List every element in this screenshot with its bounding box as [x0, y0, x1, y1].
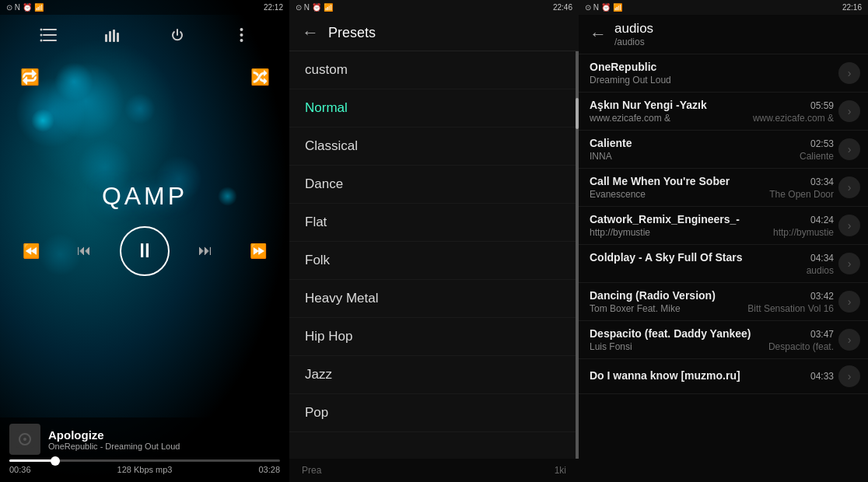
svg-point-3 [40, 29, 42, 31]
audio-item[interactable]: Call Me When You're Sober 03:34 Evanesce… [579, 169, 868, 207]
preset-item[interactable]: Heavy Metal [289, 280, 576, 318]
audio-item[interactable]: Coldplay - A Sky Full Of Stars 04:34 aud… [579, 245, 868, 283]
audio-item-artist: Luis Fonsi [590, 341, 632, 352]
audio-item-bottom: audios [590, 265, 834, 276]
more-icon[interactable] [228, 21, 256, 49]
audio-item[interactable]: Despacito (feat. Daddy Yankee) 03:47 Lui… [579, 321, 868, 359]
audio-item-top: Despacito (feat. Daddy Yankee) 03:47 [590, 327, 834, 340]
repeat-icon[interactable]: 🔁 [16, 63, 44, 91]
preset-item[interactable]: Hip Hop [289, 318, 576, 356]
audio-item-album: http://bymustie [773, 227, 834, 238]
audios-status-icons: ⊙ N ⏰ 📶 [585, 3, 622, 12]
audio-item-top: Do I wanna know [muzmo.ru] 04:33 [590, 369, 834, 382]
presets-title: Presets [328, 25, 376, 41]
audio-item-bottom: Dreaming Out Loud [590, 75, 834, 86]
audio-item-duration: 02:53 [810, 138, 834, 149]
audio-item-title: Call Me When You're Sober [590, 175, 730, 187]
audio-item-artist: Dreaming Out Loud [590, 75, 671, 86]
audios-time: 22:16 [842, 3, 862, 12]
audio-item-duration: 03:42 [810, 291, 834, 302]
audio-item-top: Catwork_Remix_Engineers_- 04:24 [590, 213, 834, 225]
preset-item[interactable]: Classical [289, 127, 576, 166]
status-icons: ⊙ N ⏰ 📶 [6, 3, 44, 12]
audio-item-artist: INNA [590, 151, 612, 162]
shuffle-icon[interactable]: 🔀 [246, 63, 274, 91]
track-title: Apologize [48, 428, 180, 442]
queue-icon[interactable] [34, 21, 62, 49]
track-thumbnail [9, 424, 40, 455]
player-panel: ⊙ N ⏰ 📶 22:12 [0, 0, 289, 482]
track-info-row: Apologize OneRepublic - Dreaming Out Lou… [9, 424, 280, 455]
preset-item[interactable]: Normal [289, 89, 576, 127]
svg-rect-9 [117, 33, 119, 42]
svg-point-15 [23, 438, 26, 441]
audio-item-bottom: Evanescence The Open Door [590, 189, 834, 200]
presets-back-button[interactable]: ← [302, 23, 319, 43]
audio-item-top: Coldplay - A Sky Full Of Stars 04:34 [590, 251, 834, 264]
audio-item[interactable]: Caliente 02:53 INNA Caliente › [579, 131, 868, 169]
equalizer-icon[interactable] [99, 21, 127, 49]
prev-button[interactable]: ⏮ [67, 234, 101, 268]
current-time: 00:36 [9, 465, 31, 474]
player-art-area: 🔁 🔀 QAMP ⏪ ⏮ ⏸ ⏭ ⏩ [0, 55, 289, 417]
audio-item-title: Aşkın Nur Yengi -Yazık [590, 99, 707, 111]
audio-item-title: Caliente [590, 137, 632, 149]
audio-item-content: Aşkın Nur Yengi -Yazık 05:59 www.ezicafe… [590, 99, 834, 124]
rewind-button[interactable]: ⏪ [14, 234, 48, 268]
audio-item-content: Coldplay - A Sky Full Of Stars 04:34 aud… [590, 251, 834, 276]
audio-item-title: Catwork_Remix_Engineers_- [590, 213, 740, 225]
preset-item[interactable]: Jazz [289, 356, 576, 394]
progress-fill [9, 459, 55, 462]
audio-item-top: OneRepublic [590, 61, 834, 73]
audio-item-title: Dancing (Radio Version) [590, 289, 716, 302]
audio-item-title: Do I wanna know [muzmo.ru] [590, 369, 740, 382]
audio-item[interactable]: Catwork_Remix_Engineers_- 04:24 http://b… [579, 207, 868, 245]
audios-status-bar: ⊙ N ⏰ 📶 22:16 [579, 0, 868, 15]
presets-bottom-bar: Prea 1ki [289, 459, 579, 482]
audio-item-artist: Tom Boxer Feat. Mike [590, 303, 681, 314]
audio-item[interactable]: OneRepublic Dreaming Out Loud › [579, 54, 868, 93]
audios-header: ← audios /audios [579, 15, 868, 54]
audio-item-title: Coldplay - A Sky Full Of Stars [590, 251, 743, 264]
audios-back-button[interactable]: ← [590, 24, 607, 44]
track-quality: 128 Kbps mp3 [117, 465, 173, 474]
audio-chevron-icon: › [838, 329, 860, 351]
audio-item[interactable]: Dancing (Radio Version) 03:42 Tom Boxer … [579, 283, 868, 321]
audio-item[interactable]: Aşkın Nur Yengi -Yazık 05:59 www.ezicafe… [579, 93, 868, 131]
player-bottom: Apologize OneRepublic - Dreaming Out Lou… [0, 417, 289, 482]
audios-panel: ⊙ N ⏰ 📶 22:16 ← audios /audios OneRepubl… [579, 0, 868, 482]
preset-item[interactable]: custom [289, 51, 576, 89]
audios-list: OneRepublic Dreaming Out Loud › Aşkın Nu… [579, 54, 868, 482]
audio-item-content: Call Me When You're Sober 03:34 Evanesce… [590, 175, 834, 200]
time-row: 00:36 128 Kbps mp3 03:28 [9, 465, 280, 474]
audio-item-content: Do I wanna know [muzmo.ru] 04:33 [590, 369, 834, 383]
player-controls-row: ⏪ ⏮ ⏸ ⏭ ⏩ [14, 226, 275, 276]
preset-item[interactable]: Folk [289, 242, 576, 280]
audio-item-duration: 04:33 [810, 371, 834, 382]
audio-chevron-icon: › [838, 138, 860, 160]
preset-item[interactable]: Flat [289, 204, 576, 242]
preset-item[interactable]: Pop [289, 394, 576, 432]
power-icon[interactable] [163, 21, 191, 49]
svg-rect-8 [113, 30, 115, 42]
svg-rect-7 [109, 31, 111, 42]
audio-item-duration: 03:34 [810, 176, 834, 187]
audio-item-duration: 04:24 [810, 215, 834, 225]
fast-forward-button[interactable]: ⏩ [241, 234, 275, 268]
presets-scrollbar[interactable] [576, 51, 579, 459]
audio-chevron-icon: › [838, 253, 860, 274]
audio-item-album: Caliente [800, 151, 834, 162]
track-subtitle: OneRepublic - Dreaming Out Loud [48, 442, 180, 451]
audio-item[interactable]: Do I wanna know [muzmo.ru] 04:33 › [579, 359, 868, 394]
player-status-bar: ⊙ N ⏰ 📶 22:12 [0, 0, 289, 15]
audio-item-album: audios [807, 265, 834, 276]
next-button[interactable]: ⏭ [188, 234, 222, 268]
preset-item[interactable]: Dance [289, 166, 576, 204]
presets-status-icons: ⊙ N ⏰ 📶 [296, 3, 333, 12]
audio-item-top: Call Me When You're Sober 03:34 [590, 175, 834, 187]
audio-chevron-icon: › [838, 100, 860, 122]
audio-item-top: Caliente 02:53 [590, 137, 834, 149]
presets-list: customNormalClassicalDanceFlatFolkHeavy … [289, 51, 576, 459]
progress-bar[interactable] [9, 459, 280, 462]
play-pause-button[interactable]: ⏸ [120, 226, 170, 276]
